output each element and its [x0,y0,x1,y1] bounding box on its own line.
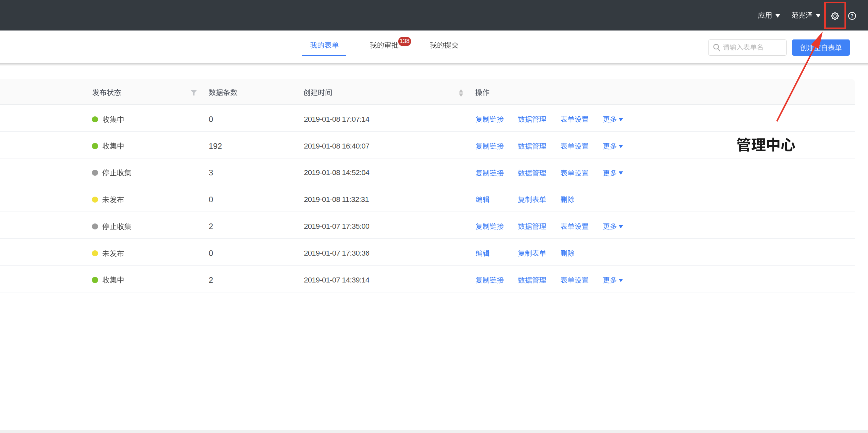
svg-text:?: ? [851,13,854,19]
